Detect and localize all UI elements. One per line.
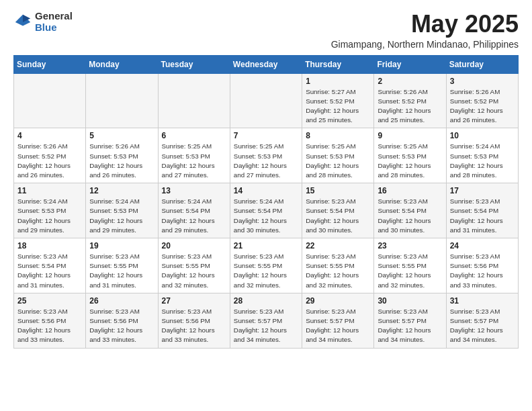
day-cell: 26Sunrise: 5:23 AMSunset: 5:56 PMDayligh… [86, 293, 158, 348]
day-info: Sunrise: 5:23 AMSunset: 5:54 PMDaylight:… [17, 252, 82, 290]
day-number: 2 [378, 77, 442, 86]
day-cell: 21Sunrise: 5:23 AMSunset: 5:55 PMDayligh… [230, 238, 302, 293]
day-number: 17 [450, 186, 515, 195]
day-number: 22 [306, 241, 370, 250]
day-cell: 15Sunrise: 5:23 AMSunset: 5:54 PMDayligh… [302, 183, 374, 238]
header-day-sunday: Sunday [14, 55, 86, 73]
day-cell: 22Sunrise: 5:23 AMSunset: 5:55 PMDayligh… [302, 238, 374, 293]
day-number: 31 [450, 296, 515, 306]
week-row-2: 4Sunrise: 5:26 AMSunset: 5:52 PMDaylight… [14, 128, 519, 183]
week-row-1: 1Sunrise: 5:27 AMSunset: 5:52 PMDaylight… [14, 73, 519, 128]
day-number: 6 [162, 131, 226, 140]
day-cell [158, 73, 230, 128]
day-cell [86, 73, 158, 128]
day-cell: 12Sunrise: 5:24 AMSunset: 5:53 PMDayligh… [86, 183, 158, 238]
day-cell [14, 73, 86, 128]
day-number: 25 [17, 296, 82, 306]
day-info: Sunrise: 5:23 AMSunset: 5:56 PMDaylight:… [17, 307, 82, 345]
subtitle: Gimampang, Northern Mindanao, Philippine… [331, 39, 519, 50]
day-number: 13 [162, 186, 226, 195]
day-number: 8 [306, 131, 370, 140]
header-day-wednesday: Wednesday [230, 55, 302, 73]
day-info: Sunrise: 5:24 AMSunset: 5:53 PMDaylight:… [17, 197, 82, 235]
day-info: Sunrise: 5:26 AMSunset: 5:52 PMDaylight:… [378, 87, 442, 126]
day-cell: 6Sunrise: 5:25 AMSunset: 5:53 PMDaylight… [158, 128, 230, 183]
day-cell: 14Sunrise: 5:24 AMSunset: 5:54 PMDayligh… [230, 183, 302, 238]
day-info: Sunrise: 5:26 AMSunset: 5:52 PMDaylight:… [450, 87, 515, 126]
day-cell: 5Sunrise: 5:26 AMSunset: 5:53 PMDaylight… [86, 128, 158, 183]
logo-general-text: General [35, 11, 73, 22]
day-number: 29 [306, 296, 370, 306]
day-info: Sunrise: 5:23 AMSunset: 5:54 PMDaylight:… [378, 197, 442, 235]
day-number: 23 [378, 241, 442, 250]
logo-icon [13, 13, 32, 32]
day-cell: 4Sunrise: 5:26 AMSunset: 5:52 PMDaylight… [14, 128, 86, 183]
calendar-header: SundayMondayTuesdayWednesdayThursdayFrid… [14, 55, 519, 73]
logo: General Blue [13, 11, 73, 33]
week-row-5: 25Sunrise: 5:23 AMSunset: 5:56 PMDayligh… [14, 293, 519, 348]
day-cell: 1Sunrise: 5:27 AMSunset: 5:52 PMDaylight… [302, 73, 374, 128]
day-info: Sunrise: 5:23 AMSunset: 5:56 PMDaylight:… [450, 252, 515, 290]
day-number: 18 [17, 241, 82, 250]
day-info: Sunrise: 5:23 AMSunset: 5:55 PMDaylight:… [162, 252, 226, 290]
day-cell: 7Sunrise: 5:25 AMSunset: 5:53 PMDaylight… [230, 128, 302, 183]
day-number: 16 [378, 186, 442, 195]
day-info: Sunrise: 5:23 AMSunset: 5:56 PMDaylight:… [89, 307, 154, 345]
day-number: 3 [450, 77, 515, 86]
day-number: 27 [162, 296, 226, 306]
day-cell: 31Sunrise: 5:23 AMSunset: 5:57 PMDayligh… [446, 293, 518, 348]
day-info: Sunrise: 5:26 AMSunset: 5:53 PMDaylight:… [89, 142, 154, 180]
day-number: 19 [89, 241, 154, 250]
day-number: 30 [378, 296, 442, 306]
day-cell: 3Sunrise: 5:26 AMSunset: 5:52 PMDaylight… [446, 73, 518, 128]
day-info: Sunrise: 5:23 AMSunset: 5:57 PMDaylight:… [306, 307, 370, 345]
day-number: 4 [17, 131, 82, 140]
day-number: 20 [162, 241, 226, 250]
week-row-3: 11Sunrise: 5:24 AMSunset: 5:53 PMDayligh… [14, 183, 519, 238]
day-info: Sunrise: 5:25 AMSunset: 5:53 PMDaylight:… [306, 142, 370, 180]
header-day-saturday: Saturday [446, 55, 518, 73]
day-info: Sunrise: 5:23 AMSunset: 5:55 PMDaylight:… [378, 252, 442, 290]
day-number: 21 [234, 241, 298, 250]
header-row: SundayMondayTuesdayWednesdayThursdayFrid… [14, 55, 519, 73]
day-number: 1 [306, 77, 370, 86]
day-number: 26 [89, 296, 154, 306]
day-info: Sunrise: 5:25 AMSunset: 5:53 PMDaylight:… [234, 142, 298, 180]
day-number: 24 [450, 241, 515, 250]
day-cell [230, 73, 302, 128]
day-number: 10 [450, 131, 515, 140]
calendar-table: SundayMondayTuesdayWednesdayThursdayFrid… [13, 55, 519, 349]
main-title: May 2025 [331, 11, 519, 38]
day-cell: 19Sunrise: 5:23 AMSunset: 5:55 PMDayligh… [86, 238, 158, 293]
logo-blue-text: Blue [35, 22, 73, 34]
day-cell: 13Sunrise: 5:24 AMSunset: 5:54 PMDayligh… [158, 183, 230, 238]
day-number: 5 [89, 131, 154, 140]
day-number: 7 [234, 131, 298, 140]
day-info: Sunrise: 5:25 AMSunset: 5:53 PMDaylight:… [162, 142, 226, 180]
day-cell: 27Sunrise: 5:23 AMSunset: 5:56 PMDayligh… [158, 293, 230, 348]
day-number: 28 [234, 296, 298, 306]
day-info: Sunrise: 5:23 AMSunset: 5:54 PMDaylight:… [450, 197, 515, 235]
day-cell: 9Sunrise: 5:25 AMSunset: 5:53 PMDaylight… [374, 128, 446, 183]
day-info: Sunrise: 5:23 AMSunset: 5:57 PMDaylight:… [378, 307, 442, 345]
day-cell: 29Sunrise: 5:23 AMSunset: 5:57 PMDayligh… [302, 293, 374, 348]
day-cell: 20Sunrise: 5:23 AMSunset: 5:55 PMDayligh… [158, 238, 230, 293]
day-info: Sunrise: 5:23 AMSunset: 5:57 PMDaylight:… [450, 307, 515, 345]
day-info: Sunrise: 5:23 AMSunset: 5:55 PMDaylight:… [89, 252, 154, 290]
week-row-4: 18Sunrise: 5:23 AMSunset: 5:54 PMDayligh… [14, 238, 519, 293]
day-info: Sunrise: 5:24 AMSunset: 5:53 PMDaylight:… [89, 197, 154, 235]
page-header: General Blue May 2025 Gimampang, Norther… [13, 11, 519, 50]
day-cell: 16Sunrise: 5:23 AMSunset: 5:54 PMDayligh… [374, 183, 446, 238]
day-number: 9 [378, 131, 442, 140]
day-info: Sunrise: 5:23 AMSunset: 5:56 PMDaylight:… [162, 307, 226, 345]
day-number: 12 [89, 186, 154, 195]
day-info: Sunrise: 5:23 AMSunset: 5:55 PMDaylight:… [234, 252, 298, 290]
day-cell: 23Sunrise: 5:23 AMSunset: 5:55 PMDayligh… [374, 238, 446, 293]
header-day-monday: Monday [86, 55, 158, 73]
day-number: 11 [17, 186, 82, 195]
day-info: Sunrise: 5:24 AMSunset: 5:53 PMDaylight:… [450, 142, 515, 180]
day-info: Sunrise: 5:23 AMSunset: 5:57 PMDaylight:… [234, 307, 298, 345]
header-day-tuesday: Tuesday [158, 55, 230, 73]
day-info: Sunrise: 5:23 AMSunset: 5:54 PMDaylight:… [306, 197, 370, 235]
day-cell: 11Sunrise: 5:24 AMSunset: 5:53 PMDayligh… [14, 183, 86, 238]
